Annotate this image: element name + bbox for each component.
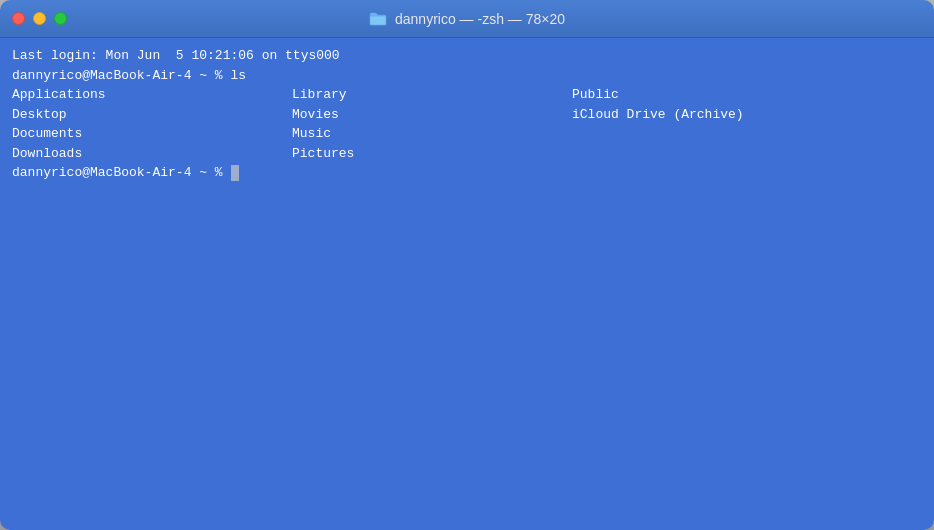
login-text: Last login: Mon Jun 5 10:21:06 on ttys00…: [12, 46, 340, 66]
ls-output: Applications Desktop Documents Downloads…: [12, 85, 922, 163]
prompt1-text: dannyrico@MacBook-Air-4 ~ % ls: [12, 66, 246, 86]
list-item: Public: [572, 85, 922, 105]
prompt1-line: dannyrico@MacBook-Air-4 ~ % ls: [12, 66, 922, 86]
list-item: Music: [292, 124, 572, 144]
window-title: dannyrico — -zsh — 78×20: [395, 11, 565, 27]
maximize-button[interactable]: [54, 12, 67, 25]
minimize-button[interactable]: [33, 12, 46, 25]
list-item: Documents: [12, 124, 292, 144]
ls-col1: Applications Desktop Documents Downloads: [12, 85, 292, 163]
list-item: Pictures: [292, 144, 572, 164]
terminal-window: dannyrico — -zsh — 78×20 Last login: Mon…: [0, 0, 934, 530]
list-item: Movies: [292, 105, 572, 125]
prompt2-line[interactable]: dannyrico@MacBook-Air-4 ~ %: [12, 163, 922, 183]
prompt2-text: dannyrico@MacBook-Air-4 ~ %: [12, 163, 230, 183]
list-item: Downloads: [12, 144, 292, 164]
title-content: dannyrico — -zsh — 78×20: [369, 11, 565, 27]
login-line: Last login: Mon Jun 5 10:21:06 on ttys00…: [12, 46, 922, 66]
close-button[interactable]: [12, 12, 25, 25]
list-item: Applications: [12, 85, 292, 105]
folder-icon: [369, 11, 387, 27]
list-item: Library: [292, 85, 572, 105]
titlebar: dannyrico — -zsh — 78×20: [0, 0, 934, 38]
list-item: Desktop: [12, 105, 292, 125]
traffic-lights: [12, 12, 67, 25]
ls-col3: Public iCloud Drive (Archive): [572, 85, 922, 163]
ls-col2: Library Movies Music Pictures: [292, 85, 572, 163]
terminal-cursor: [231, 165, 239, 181]
terminal-body[interactable]: Last login: Mon Jun 5 10:21:06 on ttys00…: [0, 38, 934, 530]
list-item: iCloud Drive (Archive): [572, 105, 922, 125]
